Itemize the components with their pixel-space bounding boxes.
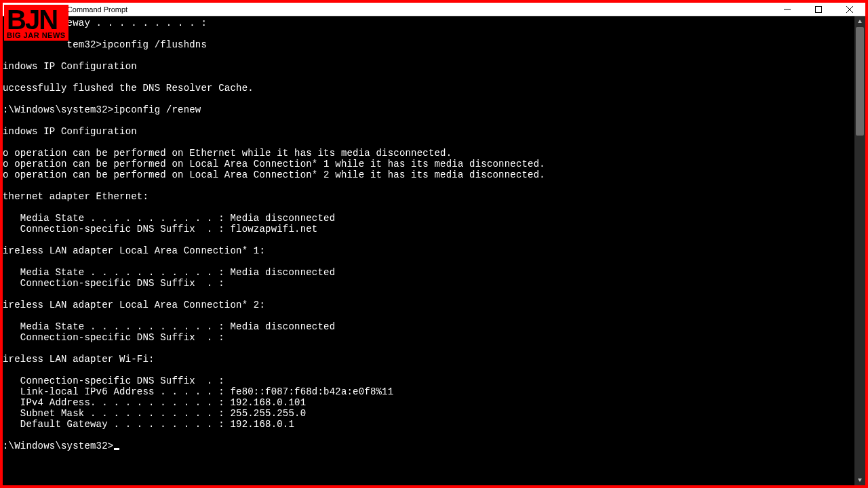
svg-marker-7 [858,479,862,482]
svg-rect-3 [816,6,822,12]
scroll-thumb[interactable] [856,27,864,136]
svg-marker-6 [858,20,862,23]
vertical-scrollbar[interactable] [854,16,865,485]
cmd-window: >_ Administrator: Command Prompt eway . … [3,3,865,485]
cursor [114,448,119,450]
terminal-area[interactable]: eway . . . . . . . . . : tem32>ipconfig … [3,16,865,485]
scroll-down-arrow[interactable] [854,474,865,485]
watermark-logo: BJN BIG JAR NEWS [4,5,68,41]
scroll-up-arrow[interactable] [854,16,865,27]
outer-frame: >_ Administrator: Command Prompt eway . … [0,0,868,488]
close-button[interactable] [834,3,865,16]
minimize-button[interactable] [772,3,803,16]
watermark-full: BIG JAR NEWS [7,32,66,39]
maximize-button[interactable] [803,3,834,16]
window-controls [772,3,865,16]
terminal-output: eway . . . . . . . . . : tem32>ipconfig … [3,16,854,485]
titlebar[interactable]: >_ Administrator: Command Prompt [3,3,865,16]
watermark-abbr: BJN [7,6,66,33]
scroll-track[interactable] [854,27,865,474]
